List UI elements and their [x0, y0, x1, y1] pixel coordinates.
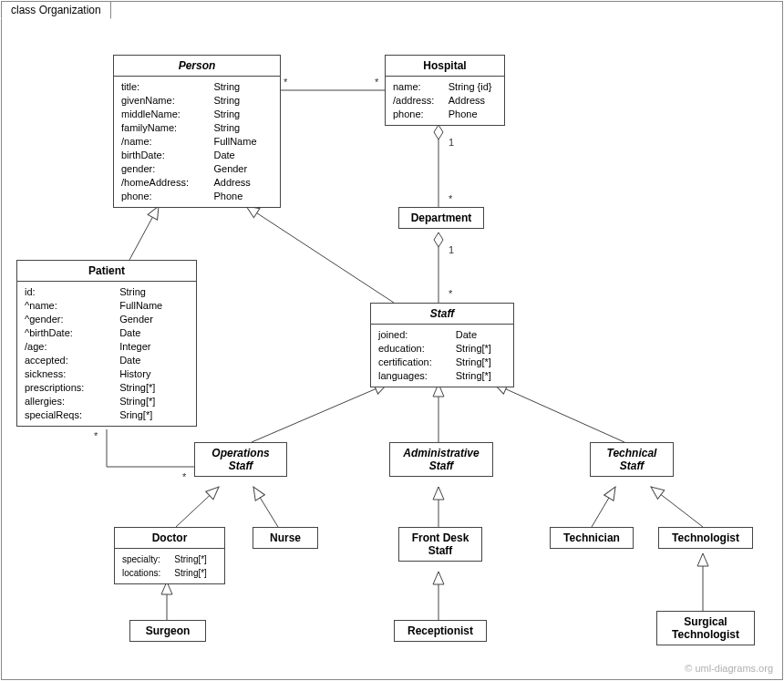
class-surgical-technologist: Surgical Technologist	[656, 611, 755, 645]
class-title-technologist: Technologist	[659, 528, 752, 548]
class-patient: Patient id:String^name:FullName^gender:G…	[16, 260, 197, 427]
frame-title: class Organization	[1, 1, 111, 19]
class-title-person: Person	[114, 56, 280, 77]
watermark: © uml-diagrams.org	[685, 663, 773, 674]
mult-dept-staff-1: 1	[449, 244, 454, 255]
class-title-nurse: Nurse	[253, 528, 317, 548]
class-technical-staff: Technical Staff	[590, 442, 674, 477]
class-front-desk-staff: Front Desk Staff	[398, 527, 482, 562]
mult-hosp-dept-1: 1	[449, 137, 454, 148]
class-hospital: Hospital name:String {id}/address:Addres…	[385, 55, 505, 126]
class-title-admin: Administrative Staff	[390, 443, 492, 476]
class-attrs-person: title:StringgivenName:StringmiddleName:S…	[114, 77, 280, 207]
class-attrs-patient: id:String^name:FullName^gender:Gender^bi…	[17, 282, 196, 426]
svg-line-9	[253, 487, 278, 527]
class-title-receptionist: Receptionist	[395, 621, 486, 641]
class-nurse: Nurse	[253, 527, 318, 549]
class-attrs-staff: joined:Dateeducation:String[*]certificat…	[371, 325, 513, 387]
class-title-department: Department	[399, 208, 483, 228]
class-title-patient: Patient	[17, 261, 196, 282]
mult-hosp-dept-star: *	[449, 193, 452, 204]
class-title-technician: Technician	[551, 528, 633, 548]
svg-line-11	[592, 487, 615, 527]
svg-line-3	[129, 206, 159, 260]
class-doctor: Doctor specialty:String[*]locations:Stri…	[114, 527, 225, 584]
class-title-tech: Technical Staff	[591, 443, 673, 476]
diagram-frame: class Organization	[1, 1, 783, 680]
mult-person-star: *	[284, 77, 287, 88]
class-title-frontdesk: Front Desk Staff	[399, 528, 481, 561]
class-title-staff: Staff	[371, 304, 513, 325]
class-department: Department	[398, 207, 484, 229]
svg-line-4	[246, 206, 394, 303]
mult-patient-ops-a: *	[94, 430, 98, 441]
mult-hospital-star: *	[375, 77, 378, 88]
class-operations-staff: Operations Staff	[194, 442, 287, 477]
class-attrs-doctor: specialty:String[*]locations:String[*]	[115, 549, 224, 583]
class-technician: Technician	[550, 527, 634, 549]
class-staff: Staff joined:Dateeducation:String[*]cert…	[370, 303, 514, 387]
svg-line-7	[494, 384, 624, 442]
mult-dept-staff-star: *	[449, 288, 452, 299]
svg-line-12	[651, 487, 703, 527]
class-title-surgeon: Surgeon	[130, 621, 205, 641]
class-attrs-hospital: name:String {id}/address:Addressphone:Ph…	[386, 77, 504, 125]
class-person: Person title:StringgivenName:Stringmiddl…	[113, 55, 281, 208]
svg-line-8	[176, 487, 219, 527]
svg-line-5	[252, 384, 387, 442]
class-technologist: Technologist	[658, 527, 753, 549]
class-receptionist: Receptionist	[394, 620, 487, 642]
class-title-surgtech: Surgical Technologist	[657, 612, 754, 645]
class-surgeon: Surgeon	[129, 620, 206, 642]
class-title-ops: Operations Staff	[195, 443, 286, 476]
class-administrative-staff: Administrative Staff	[389, 442, 493, 477]
class-title-doctor: Doctor	[115, 528, 224, 549]
class-title-hospital: Hospital	[386, 56, 504, 77]
mult-patient-ops-b: *	[182, 471, 186, 482]
